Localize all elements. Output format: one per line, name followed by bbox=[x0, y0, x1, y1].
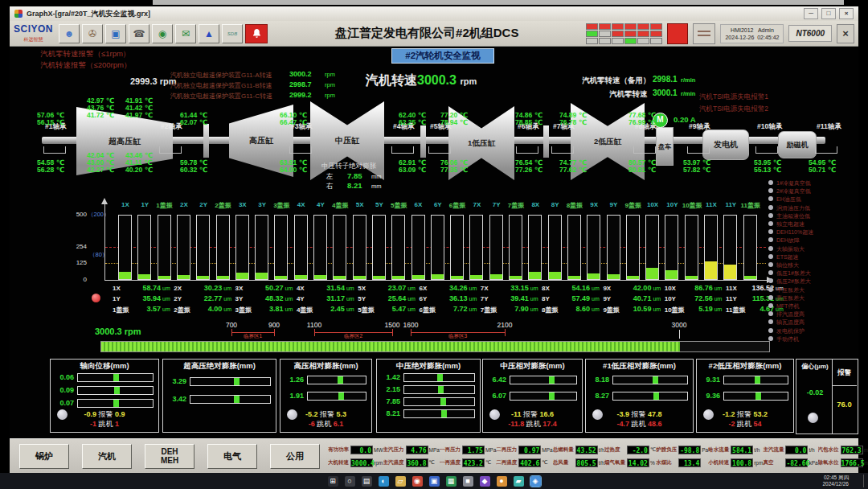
excel-icon[interactable]: ▦ bbox=[446, 476, 457, 487]
bar-label: 4盖振 bbox=[330, 201, 350, 210]
nav-button-1[interactable]: 锅炉 bbox=[19, 444, 69, 469]
trip-high: 54 bbox=[754, 420, 762, 428]
field-unit: ℃ bbox=[542, 459, 547, 466]
zero-speed-value: 3000.1 bbox=[653, 88, 678, 97]
bar-fill bbox=[490, 274, 502, 279]
app-icon-2[interactable]: ◆ bbox=[480, 476, 490, 487]
bar-label: 1Y bbox=[135, 201, 154, 208]
active-app-icon[interactable]: ◈ bbox=[530, 476, 541, 487]
parameter-panel: 轴向位移(mm)0.060.090.07-0.9 报警 0.9-1 跳机 1 bbox=[50, 359, 159, 433]
alarm-bell-button[interactable] bbox=[245, 24, 268, 43]
field-value: 43.52 bbox=[575, 446, 598, 454]
speed-tick-label: 1600 bbox=[399, 321, 423, 329]
vibration-value: 4.00 bbox=[194, 305, 222, 313]
window-titlebar: GraphX-[gra/#20T_汽机安全监视.grx] ─ □ × bbox=[10, 6, 858, 21]
speed-tick-label: 700 bbox=[219, 321, 244, 329]
vibration-bar bbox=[685, 215, 698, 280]
vibration-value: 36.13 bbox=[440, 294, 468, 302]
vibration-value: 34.26 bbox=[440, 284, 468, 292]
show-desktop-button[interactable] bbox=[863, 475, 866, 487]
gauge-value: 3.42 bbox=[166, 395, 186, 403]
operator-icon[interactable]: ☎ bbox=[129, 24, 149, 43]
exit-button[interactable]: × bbox=[837, 24, 854, 43]
word-icon[interactable]: ▣ bbox=[429, 476, 440, 487]
book-icon[interactable]: ✉ bbox=[175, 24, 196, 43]
session-time: 02:45:42 bbox=[757, 35, 779, 40]
vibration-value: 57.49 bbox=[563, 294, 590, 302]
zero-speed-backup-value: 2998.1 bbox=[653, 75, 678, 84]
close-button[interactable]: × bbox=[839, 8, 854, 19]
vibration-bar bbox=[431, 215, 444, 280]
app-icon-4[interactable]: ▰ bbox=[514, 476, 524, 487]
field-value: 1766.5 bbox=[841, 458, 863, 467]
alarm-low: -5.2 bbox=[305, 410, 318, 418]
alarm-cell bbox=[624, 31, 637, 37]
vibration-unit: um bbox=[530, 306, 538, 312]
nav-button-4[interactable]: 电气 bbox=[207, 444, 257, 469]
trip-item-dot bbox=[768, 295, 773, 300]
vibration-unit: um bbox=[162, 296, 170, 302]
vibration-unit: um bbox=[592, 296, 600, 302]
speed-tick-label: 2100 bbox=[493, 321, 517, 329]
gauge-track bbox=[612, 376, 688, 384]
trip-condition-item: 排汽温度高 bbox=[776, 310, 805, 318]
status-dot bbox=[808, 413, 818, 423]
page-nav-button[interactable] bbox=[693, 23, 715, 44]
bar-fill bbox=[432, 274, 444, 279]
users-icon[interactable]: ☻ bbox=[59, 24, 80, 43]
gauge-value: 9.31 bbox=[699, 376, 720, 384]
vibration-bar bbox=[313, 215, 327, 280]
bar-label: 2盖振 bbox=[214, 201, 233, 210]
window-title: GraphX-[gra/#20T_汽机安全监视.grx] bbox=[27, 9, 150, 19]
trip-condition-item: DEH故障 bbox=[776, 236, 800, 244]
ja-icon[interactable]: ▲ bbox=[199, 24, 219, 43]
vibration-unit: um bbox=[592, 306, 600, 312]
bar-fill bbox=[510, 276, 522, 279]
bearing-temp-top: 56.15 ℃ bbox=[37, 118, 64, 126]
bar-label: 11X bbox=[702, 201, 721, 208]
ip-expansion-right-unit: mm bbox=[371, 183, 382, 190]
turning-gear: 盘车 bbox=[656, 127, 674, 166]
restore-button[interactable]: □ bbox=[821, 8, 836, 19]
disk-tools-icon[interactable]: ✇ bbox=[82, 24, 103, 43]
field-unit: MPa bbox=[485, 447, 496, 453]
nav-button-2[interactable]: 汽机 bbox=[82, 444, 132, 469]
bearing-temp-top: 78.85 ℃ bbox=[515, 118, 542, 126]
bar-fill bbox=[588, 273, 600, 279]
alarm-high: 5.3 bbox=[337, 410, 347, 418]
vibration-unit: um bbox=[653, 296, 661, 302]
minimize-button[interactable]: ─ bbox=[804, 8, 818, 19]
bar-label: 4X bbox=[292, 201, 311, 208]
bar-fill bbox=[197, 276, 209, 279]
bar-label: 9X bbox=[584, 201, 604, 208]
display-icon[interactable]: ◉ bbox=[152, 24, 173, 43]
monitor-icon[interactable]: ▣ bbox=[105, 24, 126, 43]
sdb-icon[interactable]: SDB bbox=[222, 24, 243, 43]
bar-label: 6盖振 bbox=[448, 201, 467, 210]
gauge-value: 3.29 bbox=[166, 377, 186, 385]
folder-icon[interactable]: ▱ bbox=[395, 476, 406, 487]
trip-label: 跳机 bbox=[737, 420, 751, 428]
bearing-bracket bbox=[551, 146, 574, 154]
bearing-bracket bbox=[516, 146, 538, 154]
vibration-value: 3.81 bbox=[256, 305, 284, 313]
nav-button-3[interactable]: DEH MEH bbox=[145, 444, 194, 469]
vibration-value: 86.76 bbox=[686, 284, 713, 292]
browser-icon[interactable]: ◉ bbox=[412, 476, 423, 487]
bar-fill bbox=[724, 265, 736, 279]
vibration-bar bbox=[587, 215, 600, 280]
search-icon[interactable]: ○ bbox=[345, 476, 355, 487]
start-icon[interactable]: ⊞ bbox=[328, 476, 338, 487]
app-icon-1[interactable]: ■ bbox=[463, 476, 473, 487]
app-icon-3[interactable]: ● bbox=[497, 476, 507, 487]
taskbar-clock: 02:45 周四 2024/12/26 bbox=[822, 475, 849, 487]
trip-condition-item: ETS超速 bbox=[776, 253, 799, 261]
gauge-value: 6.42 bbox=[485, 376, 506, 384]
nav-button-5[interactable]: 公用 bbox=[270, 444, 320, 469]
vibration-unit: um bbox=[653, 306, 661, 312]
field-value: 402.6 bbox=[518, 458, 541, 467]
edge-icon[interactable]: ◐ bbox=[379, 476, 389, 487]
alarm-ack-button[interactable] bbox=[667, 23, 688, 44]
taskview-icon[interactable]: ▤ bbox=[362, 476, 372, 487]
trip-condition-item: 低压1#胀差大 bbox=[776, 269, 811, 277]
